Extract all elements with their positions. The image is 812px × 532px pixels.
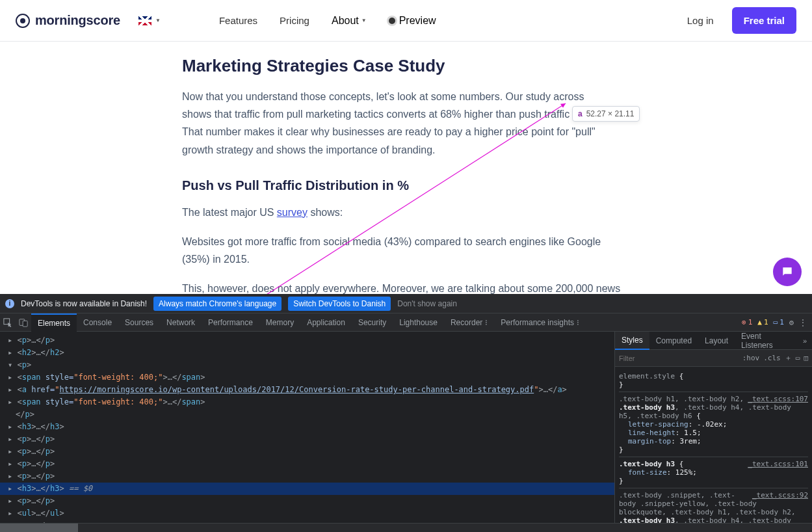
svg-rect-3	[23, 321, 27, 326]
match-language-button[interactable]: Always match Chrome's language	[153, 297, 282, 311]
article: Marketing Strategies Case Study Now that…	[182, 42, 624, 294]
tab-network[interactable]: Network	[160, 313, 202, 332]
tab-console[interactable]: Console	[77, 313, 118, 332]
horizontal-scrollbar[interactable]	[0, 523, 812, 532]
pulse-icon	[389, 18, 395, 24]
brand-text: morningscore	[35, 13, 120, 28]
top-nav: morningscore ▼ Features Pricing About ▼ …	[0, 0, 812, 42]
dont-show-again[interactable]: Don't show again	[397, 299, 457, 308]
nav-right: Log in Free trial	[687, 7, 796, 34]
gear-icon[interactable]: ⚙	[789, 318, 794, 327]
tab-sources[interactable]: Sources	[118, 313, 160, 332]
tab-insights[interactable]: Performance insights⁝	[494, 313, 586, 332]
nav-links: Features Pricing About ▼ Preview	[219, 15, 436, 27]
devtools-status: ⊗ 1 ▲ 1 ▭ 1 ⚙ ⋮	[742, 318, 812, 327]
article-p3: Websites got more traffic from social me…	[182, 233, 624, 268]
chevron-right-icon[interactable]: »	[798, 337, 812, 345]
tab-elements[interactable]: Elements	[31, 313, 77, 332]
devtools-infobar: i DevTools is now available in Danish! A…	[0, 294, 812, 313]
kebab-icon[interactable]: ⋮	[799, 318, 807, 327]
article-p4: This, however, does not apply everywhere…	[182, 280, 624, 294]
info-icon: i	[5, 299, 14, 308]
warning-badge[interactable]: ▲ 1	[757, 318, 768, 326]
styles-panel: Styles Computed Layout Event Listeners »…	[614, 332, 812, 523]
css-rules[interactable]: element.style {} _text.scss:107 .text-bo…	[615, 367, 812, 523]
nav-login[interactable]: Log in	[687, 15, 714, 26]
chat-icon	[781, 265, 794, 278]
tab-security[interactable]: Security	[352, 313, 393, 332]
tab-memory[interactable]: Memory	[259, 313, 300, 332]
styles-tab-layout[interactable]: Layout	[698, 332, 735, 350]
switch-language-button[interactable]: Switch DevTools to Danish	[288, 297, 391, 311]
caret-down-icon: ▼	[155, 18, 161, 23]
source-file-link[interactable]: _text.scss:107	[748, 395, 808, 403]
sidebar-toggle-icon[interactable]: ◫	[804, 354, 808, 362]
article-h2: Marketing Strategies Case Study	[182, 56, 624, 76]
inspect-tooltip: a 52.27 × 21.11	[572, 106, 640, 122]
devtools: i DevTools is now available in Danish! A…	[0, 294, 812, 532]
source-file-link[interactable]: _text.scss:92	[752, 491, 808, 499]
article-p2: The latest major US survey shows:	[182, 204, 624, 221]
brand[interactable]: morningscore	[16, 13, 120, 28]
styles-tab-listeners[interactable]: Event Listeners	[735, 332, 798, 350]
source-file-link[interactable]: _text.scss:101	[748, 460, 808, 468]
language-switcher[interactable]: ▼	[138, 16, 161, 25]
tab-lighthouse[interactable]: Lighthouse	[393, 313, 444, 332]
tooltip-tag: a	[578, 109, 583, 118]
nav-pricing[interactable]: Pricing	[280, 15, 309, 26]
article-h3: Push vs Pull Traffic Distribution in %	[182, 178, 624, 193]
device-icon[interactable]: ▭	[796, 354, 800, 362]
page-content: Marketing Strategies Case Study Now that…	[0, 42, 812, 294]
styles-tab-computed[interactable]: Computed	[649, 332, 698, 350]
message-badge[interactable]: ▭ 1	[774, 318, 784, 326]
brand-icon	[16, 14, 30, 28]
hov-toggle[interactable]: :hov	[742, 354, 760, 362]
dom-panel[interactable]: ▸ <p>…</p> ▸ <h2>…</h2> ▾ <p> ▸ <span st…	[0, 332, 614, 523]
tab-recorder[interactable]: Recorder⁝	[444, 313, 494, 332]
cls-toggle[interactable]: .cls	[763, 354, 781, 362]
survey-link[interactable]: survey	[277, 207, 308, 218]
nav-about[interactable]: About ▼	[332, 15, 367, 27]
infobar-msg: DevTools is now available in Danish!	[21, 299, 147, 308]
caret-down-icon: ▼	[361, 18, 367, 23]
device-toggle-icon[interactable]	[16, 318, 31, 327]
nav-features[interactable]: Features	[219, 15, 257, 26]
article-p1: Now that you understand those concepts, …	[182, 88, 624, 159]
styles-tab-styles[interactable]: Styles	[615, 332, 649, 350]
flag-uk-icon	[138, 16, 151, 25]
styles-filter-input[interactable]	[619, 354, 739, 362]
inspect-tool-icon[interactable]	[0, 318, 16, 327]
plus-icon[interactable]: ＋	[785, 353, 792, 363]
tooltip-dims: 52.27 × 21.11	[586, 109, 635, 118]
tab-application[interactable]: Application	[300, 313, 352, 332]
tab-performance[interactable]: Performance	[202, 313, 259, 332]
error-badge[interactable]: ⊗ 1	[742, 318, 752, 326]
href-url[interactable]: https://morningscore.io/wp-content/uploa…	[60, 385, 534, 394]
free-trial-button[interactable]: Free trial	[732, 7, 796, 34]
chat-fab[interactable]	[773, 258, 802, 286]
nav-preview[interactable]: Preview	[389, 15, 436, 27]
devtools-tabs: Elements Console Sources Network Perform…	[0, 313, 812, 332]
selected-dom-node[interactable]: ▸ <h3>…</h3> == $0	[0, 483, 614, 495]
